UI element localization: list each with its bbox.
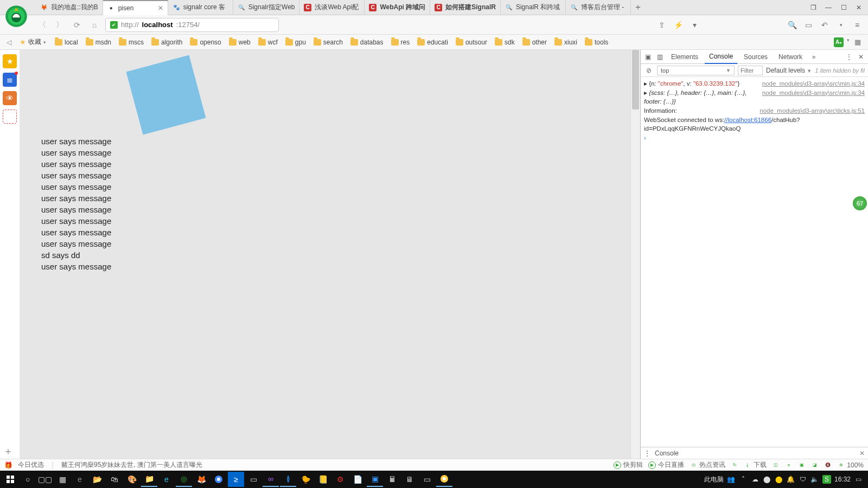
undo-icon[interactable]: ↶	[819, 20, 830, 30]
taskbar-app[interactable]: 🎨	[124, 472, 140, 487]
taskbar-app[interactable]: 📂	[89, 472, 105, 487]
devtools-tab-elements[interactable]: Elements	[667, 50, 703, 64]
scrollbar-thumb[interactable]	[632, 50, 639, 110]
bookmark-folder[interactable]: openso	[187, 36, 224, 48]
page-scrollbar[interactable]	[630, 50, 640, 459]
main-menu-icon[interactable]: ≡	[852, 20, 863, 30]
devtools-tab-network[interactable]: Network	[774, 50, 807, 64]
taskbar-app[interactable]: ≥	[228, 472, 244, 487]
apps-grid-icon[interactable]: ▦	[853, 37, 863, 47]
nav-back-icon[interactable]: 〈	[36, 18, 49, 31]
taskbar-app[interactable]: 🖩	[384, 472, 400, 487]
console-context-select[interactable]: top▼	[657, 66, 735, 75]
status-action[interactable]: ▣	[798, 461, 806, 469]
tray-cloud-icon[interactable]: ☁	[751, 475, 760, 484]
translate-menu-icon[interactable]: ▾	[847, 37, 850, 47]
browser-tab[interactable]: C浅谈Web Api配	[299, 0, 365, 15]
bookmark-folder[interactable]: databas	[347, 36, 387, 48]
share-icon[interactable]: ⇪	[656, 20, 667, 30]
bookmark-folder[interactable]: res	[388, 36, 413, 48]
bookmark-folder[interactable]: wcf	[255, 36, 281, 48]
taskbar-app[interactable]: 📒	[315, 472, 331, 487]
tab-close-icon[interactable]: ✕	[158, 4, 163, 12]
devtools-menu-icon[interactable]: ⋮	[844, 52, 854, 62]
tray-overflow-icon[interactable]: ˄	[739, 475, 748, 484]
nav-home-icon[interactable]: ⌂	[88, 18, 101, 31]
devtools-tab-sources[interactable]: Sources	[739, 50, 772, 64]
tray-label[interactable]: 此电脑	[704, 475, 724, 484]
status-action[interactable]: ⭳下载	[744, 460, 767, 470]
taskbar-app[interactable]: e	[72, 472, 88, 487]
speed-icon[interactable]: ⚡	[673, 20, 684, 30]
taskbar-app[interactable]: ≬	[280, 472, 296, 487]
taskbar-taskview-icon[interactable]: ▢▢	[37, 472, 53, 487]
translate-icon[interactable]: A₊	[834, 37, 844, 47]
status-action[interactable]: ◷热点资讯	[690, 460, 725, 470]
status-news-ticker[interactable]: 赌王何鸿燊95岁妹妹去世, 澳门第一美人遗言曝光	[61, 460, 202, 470]
browser-tab[interactable]: 🔍Signalr指定Web	[233, 0, 300, 15]
bookmark-folder[interactable]: algorith	[148, 36, 186, 48]
bookmark-folder[interactable]: tools	[582, 36, 611, 48]
tray-app-icon[interactable]: ⬤	[763, 475, 771, 484]
tray-shield-icon[interactable]: 🛡	[799, 475, 807, 484]
browser-tab[interactable]: C如何搭建SignalR	[430, 0, 501, 15]
taskbar-app[interactable]: ▭	[245, 472, 261, 487]
status-action[interactable]: e	[785, 461, 793, 469]
status-action[interactable]: ◪	[811, 461, 819, 469]
taskbar-app[interactable]: ◎	[176, 472, 192, 487]
search-icon[interactable]: 🔍	[787, 20, 797, 30]
tray-notifications-icon[interactable]: ▭	[854, 475, 863, 484]
taskbar-app[interactable]: 🐤	[297, 472, 314, 487]
status-action[interactable]: ▶今日直播	[648, 460, 684, 470]
dock-weibo-icon[interactable]: 👁	[3, 91, 17, 105]
tray-volume-icon[interactable]: 🔈	[810, 475, 819, 484]
taskbar-app[interactable]: 📄	[349, 472, 366, 487]
bookmark-folder[interactable]: other	[519, 36, 550, 48]
bookmark-folder[interactable]: gpu	[282, 36, 309, 48]
new-tab-button[interactable]: ＋	[631, 2, 645, 13]
console-source-link[interactable]: node_modules\d3-array\src\min.js:34	[762, 79, 865, 88]
speed-menu-icon[interactable]: ▾	[689, 20, 700, 30]
viewport-new-tab-button[interactable]: ＋	[3, 445, 13, 458]
taskbar-app[interactable]	[436, 472, 452, 487]
taskbar-app[interactable]: e	[158, 472, 175, 487]
tray-clock[interactable]: 16:32	[834, 476, 851, 483]
browser-tab[interactable]: 🔍SignalR 和跨域	[501, 0, 566, 15]
devtools-drawer-tab-console[interactable]: Console	[655, 450, 679, 457]
taskbar-cortana-icon[interactable]: ○	[20, 472, 36, 487]
console-source-link[interactable]: node_modules\d3-array\src\ticks.js:51	[760, 106, 865, 115]
status-gift-icon[interactable]: 🎁	[4, 461, 12, 469]
status-action[interactable]: ↻	[731, 461, 738, 469]
bookmark-folder[interactable]: web	[226, 36, 254, 48]
start-button[interactable]	[2, 472, 18, 487]
taskbar-app[interactable]: 🖥	[401, 472, 418, 487]
url-input[interactable]: ✔ http://localhost:12754/	[105, 18, 279, 32]
devtools-tab-console[interactable]: Console	[705, 50, 737, 64]
taskbar-app[interactable]: ⚙	[332, 472, 348, 487]
tray-ime-icon[interactable]: S	[822, 475, 831, 484]
window-clone-icon[interactable]: ❐	[806, 2, 820, 13]
window-minimize-icon[interactable]: —	[821, 2, 835, 13]
console-clear-icon[interactable]: ⊘	[644, 66, 654, 75]
console-link[interactable]: //localhost:61866	[724, 117, 771, 123]
taskbar-app[interactable]: 📁	[141, 472, 157, 487]
taskbar-app[interactable]	[210, 472, 227, 487]
taskbar-app[interactable]: 🛍	[106, 472, 123, 487]
status-today-label[interactable]: 今日优选	[18, 460, 44, 470]
devtools-drawer-close-icon[interactable]: ✕	[859, 450, 865, 457]
bookmark-folder[interactable]: local	[52, 36, 81, 48]
bookmark-favorites[interactable]: ★收藏 ▾	[16, 36, 49, 48]
inspect-element-icon[interactable]: ▣	[643, 52, 653, 62]
browser-tab[interactable]: 🔍博客后台管理 -	[566, 0, 631, 15]
bookmarks-scroll-left-icon[interactable]: ◁	[3, 38, 14, 46]
taskbar-app[interactable]: ∞	[263, 472, 279, 487]
status-action[interactable]: ▶快剪辑	[614, 460, 643, 470]
bookmark-folder[interactable]: mscs	[116, 36, 147, 48]
bookmark-folder[interactable]: sdk	[492, 36, 518, 48]
devtools-close-icon[interactable]: ✕	[856, 52, 866, 62]
nav-forward-icon[interactable]: 〉	[53, 18, 66, 31]
bookmark-folder[interactable]: search	[310, 36, 346, 48]
nav-reload-icon[interactable]: ⟳	[71, 18, 84, 31]
dock-favorite-icon[interactable]: ★	[3, 54, 17, 68]
taskbar-app[interactable]: ▭	[419, 472, 435, 487]
